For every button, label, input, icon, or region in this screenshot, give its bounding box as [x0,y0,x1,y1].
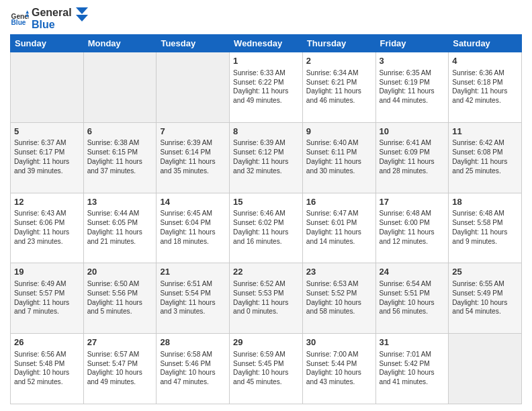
calendar-cell: 21Sunrise: 6:51 AM Sunset: 5:54 PM Dayli… [157,263,230,334]
day-info: Sunrise: 6:58 AM Sunset: 5:46 PM Dayligh… [160,350,226,387]
day-info: Sunrise: 6:37 AM Sunset: 6:17 PM Dayligh… [14,138,80,175]
day-number: 7 [160,126,226,138]
day-info: Sunrise: 6:39 AM Sunset: 6:12 PM Dayligh… [233,138,299,175]
day-number: 22 [233,266,299,278]
day-number: 5 [14,126,80,138]
logo-icon: General Blue [10,9,29,28]
day-info: Sunrise: 6:51 AM Sunset: 5:54 PM Dayligh… [160,279,226,316]
logo-chevron-icon [76,7,88,28]
calendar-week-row: 5Sunrise: 6:37 AM Sunset: 6:17 PM Daylig… [11,122,522,193]
svg-marker-5 [76,15,88,21]
logo: General Blue General Blue [10,7,88,30]
day-number: 1 [233,55,299,67]
day-number: 11 [452,126,518,138]
svg-marker-4 [76,7,88,14]
calendar-body: 1Sunrise: 6:33 AM Sunset: 6:22 PM Daylig… [11,52,522,404]
day-number: 26 [14,336,80,349]
day-number: 28 [160,336,226,349]
day-info: Sunrise: 6:49 AM Sunset: 5:57 PM Dayligh… [14,279,80,316]
calendar-cell: 28Sunrise: 6:58 AM Sunset: 5:46 PM Dayli… [157,334,230,404]
calendar-cell: 23Sunrise: 6:53 AM Sunset: 5:52 PM Dayli… [302,263,375,334]
calendar-week-row: 12Sunrise: 6:43 AM Sunset: 6:06 PM Dayli… [11,193,522,263]
day-of-week-header: Sunday [11,35,84,52]
day-of-week-header: Saturday [449,35,522,52]
svg-marker-2 [26,10,29,13]
day-number: 16 [306,196,372,208]
page: General Blue General Blue SundayMondayTu… [0,0,532,411]
calendar-week-row: 1Sunrise: 6:33 AM Sunset: 6:22 PM Daylig… [11,52,522,123]
day-number: 27 [87,336,153,349]
calendar-cell: 29Sunrise: 6:59 AM Sunset: 5:45 PM Dayli… [230,334,303,404]
calendar-cell: 20Sunrise: 6:50 AM Sunset: 5:56 PM Dayli… [83,263,157,334]
day-info: Sunrise: 6:44 AM Sunset: 6:05 PM Dayligh… [87,209,153,246]
day-info: Sunrise: 7:01 AM Sunset: 5:42 PM Dayligh… [380,350,445,387]
day-info: Sunrise: 6:43 AM Sunset: 6:06 PM Dayligh… [14,209,80,246]
calendar-cell: 8Sunrise: 6:39 AM Sunset: 6:12 PM Daylig… [230,122,303,193]
day-number: 29 [233,336,299,349]
day-number: 15 [233,196,299,208]
day-of-week-header: Wednesday [230,35,303,52]
day-number: 20 [87,266,153,278]
day-info: Sunrise: 6:33 AM Sunset: 6:22 PM Dayligh… [233,68,299,105]
calendar-cell: 3Sunrise: 6:35 AM Sunset: 6:19 PM Daylig… [375,52,449,123]
day-number: 17 [380,196,445,208]
day-of-week-row: SundayMondayTuesdayWednesdayThursdayFrid… [11,35,522,52]
svg-text:Blue: Blue [11,19,26,26]
day-info: Sunrise: 6:53 AM Sunset: 5:52 PM Dayligh… [306,279,372,316]
day-number: 12 [14,196,80,208]
day-info: Sunrise: 6:38 AM Sunset: 6:15 PM Dayligh… [87,138,153,175]
calendar-cell: 31Sunrise: 7:01 AM Sunset: 5:42 PM Dayli… [375,334,449,404]
day-number: 18 [452,196,518,208]
calendar-cell: 5Sunrise: 6:37 AM Sunset: 6:17 PM Daylig… [11,122,84,193]
calendar-cell: 2Sunrise: 6:34 AM Sunset: 6:21 PM Daylig… [302,52,375,123]
day-info: Sunrise: 6:56 AM Sunset: 5:48 PM Dayligh… [14,350,80,387]
day-info: Sunrise: 6:45 AM Sunset: 6:04 PM Dayligh… [160,209,226,246]
day-number: 9 [306,126,372,138]
day-of-week-header: Friday [375,35,449,52]
day-info: Sunrise: 6:59 AM Sunset: 5:45 PM Dayligh… [233,350,299,387]
day-info: Sunrise: 6:40 AM Sunset: 6:11 PM Dayligh… [306,138,372,175]
calendar-cell: 1Sunrise: 6:33 AM Sunset: 6:22 PM Daylig… [230,52,303,123]
calendar-cell: 11Sunrise: 6:42 AM Sunset: 6:08 PM Dayli… [449,122,522,193]
day-number: 24 [380,266,445,278]
day-number: 25 [452,266,518,278]
day-number: 2 [306,55,372,67]
day-number: 10 [380,126,445,138]
day-info: Sunrise: 6:54 AM Sunset: 5:51 PM Dayligh… [380,279,445,316]
calendar-cell: 10Sunrise: 6:41 AM Sunset: 6:09 PM Dayli… [375,122,449,193]
header: General Blue General Blue [10,7,522,30]
day-of-week-header: Thursday [302,35,375,52]
day-number: 23 [306,266,372,278]
day-info: Sunrise: 6:47 AM Sunset: 6:01 PM Dayligh… [306,209,372,246]
calendar-cell: 17Sunrise: 6:48 AM Sunset: 6:00 PM Dayli… [375,193,449,263]
day-number: 14 [160,196,226,208]
day-info: Sunrise: 6:50 AM Sunset: 5:56 PM Dayligh… [87,279,153,316]
calendar-cell: 9Sunrise: 6:40 AM Sunset: 6:11 PM Daylig… [302,122,375,193]
calendar-cell: 12Sunrise: 6:43 AM Sunset: 6:06 PM Dayli… [11,193,84,263]
day-info: Sunrise: 6:46 AM Sunset: 6:02 PM Dayligh… [233,209,299,246]
day-info: Sunrise: 6:55 AM Sunset: 5:49 PM Dayligh… [452,279,518,316]
day-number: 19 [14,266,80,278]
calendar-week-row: 26Sunrise: 6:56 AM Sunset: 5:48 PM Dayli… [11,334,522,404]
logo-general-text: General [32,7,72,19]
day-number: 3 [380,55,445,67]
calendar-cell [11,52,84,123]
day-number: 8 [233,126,299,138]
day-number: 21 [160,266,226,278]
day-info: Sunrise: 7:00 AM Sunset: 5:44 PM Dayligh… [306,350,372,387]
calendar-cell: 7Sunrise: 6:39 AM Sunset: 6:14 PM Daylig… [157,122,230,193]
calendar-cell: 22Sunrise: 6:52 AM Sunset: 5:53 PM Dayli… [230,263,303,334]
calendar-cell: 19Sunrise: 6:49 AM Sunset: 5:57 PM Dayli… [11,263,84,334]
day-info: Sunrise: 6:52 AM Sunset: 5:53 PM Dayligh… [233,279,299,316]
calendar-week-row: 19Sunrise: 6:49 AM Sunset: 5:57 PM Dayli… [11,263,522,334]
calendar-cell [449,334,522,404]
calendar-cell: 30Sunrise: 7:00 AM Sunset: 5:44 PM Dayli… [302,334,375,404]
day-number: 4 [452,55,518,67]
day-info: Sunrise: 6:57 AM Sunset: 5:47 PM Dayligh… [87,350,153,387]
day-number: 31 [380,336,445,349]
calendar-cell: 18Sunrise: 6:48 AM Sunset: 5:58 PM Dayli… [449,193,522,263]
logo-blue-text: Blue [32,19,72,31]
calendar-cell: 4Sunrise: 6:36 AM Sunset: 6:18 PM Daylig… [449,52,522,123]
calendar-cell: 16Sunrise: 6:47 AM Sunset: 6:01 PM Dayli… [302,193,375,263]
calendar-cell: 24Sunrise: 6:54 AM Sunset: 5:51 PM Dayli… [375,263,449,334]
